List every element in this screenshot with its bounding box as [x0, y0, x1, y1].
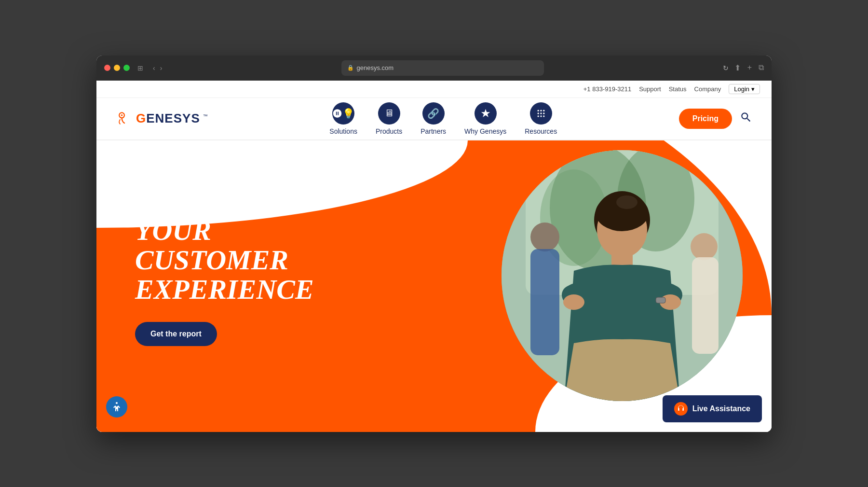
svg-point-6: [540, 112, 542, 114]
resources-label: Resources: [525, 127, 557, 135]
main-nav: GGENESYSENESYS ™ 💡 Solutions 🖥 Products: [96, 98, 772, 140]
accessibility-icon: [111, 401, 122, 413]
logo-trademark: ™: [203, 113, 208, 119]
live-assistance-bar[interactable]: Live Assistance: [663, 395, 762, 422]
browser-nav-controls: ‹ ›: [153, 64, 162, 72]
hero-cta-button[interactable]: Get the report: [135, 322, 217, 346]
back-button[interactable]: ‹: [153, 64, 155, 72]
svg-point-3: [540, 110, 542, 111]
refresh-button[interactable]: ↻: [723, 64, 729, 72]
solutions-icon: 💡: [332, 102, 354, 125]
lock-icon: 🔒: [347, 65, 354, 71]
svg-point-4: [543, 110, 544, 111]
genesys-logo-icon: [116, 110, 133, 127]
browser-titlebar: ⊞ ‹ › 🔒 genesys.com ↻ ⬆ + ⧉: [96, 56, 772, 81]
chevron-down-icon: ▾: [751, 85, 755, 93]
nav-links: 💡 Solutions 🖥 Products 🔗 Partners: [323, 102, 564, 135]
support-link[interactable]: Support: [639, 85, 661, 93]
tabs-button[interactable]: ⧉: [759, 63, 764, 72]
svg-point-28: [116, 402, 118, 404]
svg-rect-17: [530, 249, 559, 355]
hero-image-circle: [502, 150, 743, 401]
hero-title-line2: Customer Experience: [135, 244, 314, 305]
why-genesys-label: Why Genesys: [464, 127, 506, 135]
svg-point-23: [616, 195, 637, 209]
hero-section: Exclusive study: The State of Customer E…: [96, 140, 772, 432]
browser-dots: [104, 65, 130, 71]
svg-point-25: [563, 294, 584, 310]
new-tab-button[interactable]: +: [747, 63, 752, 72]
nav-why-genesys[interactable]: Why Genesys: [458, 102, 513, 135]
browser-right-controls: ⬆ + ⧉: [734, 63, 764, 72]
address-bar[interactable]: 🔒 genesys.com: [341, 60, 544, 76]
address-bar-container: 🔒 genesys.com: [168, 60, 717, 76]
svg-point-10: [543, 115, 544, 117]
genesys-logo-text: GGENESYSENESYS: [136, 111, 200, 126]
minimize-dot[interactable]: [114, 65, 120, 71]
products-icon: 🖥: [378, 102, 400, 125]
hero-title-line1: Transform Your: [135, 186, 308, 247]
hero-person-illustration: [502, 150, 743, 401]
svg-point-9: [540, 115, 542, 117]
utility-bar: +1 833-919-3211 Support Status Company L…: [96, 81, 772, 98]
svg-point-16: [530, 223, 559, 251]
resources-icon: [530, 102, 552, 125]
login-button[interactable]: Login ▾: [729, 84, 760, 94]
hero-content: Exclusive study: The State of Customer E…: [96, 140, 424, 376]
browser-window: ⊞ ‹ › 🔒 genesys.com ↻ ⬆ + ⧉ +1 833-919-3…: [96, 56, 772, 432]
url-text: genesys.com: [357, 64, 394, 71]
search-button[interactable]: [740, 111, 752, 126]
logo-area[interactable]: GGENESYSENESYS ™: [116, 110, 208, 127]
svg-point-5: [537, 112, 539, 114]
maximize-dot[interactable]: [123, 65, 130, 71]
hero-eyebrow: Exclusive study: The State of Customer E…: [135, 169, 386, 178]
nav-partners[interactable]: 🔗 Partners: [414, 102, 453, 135]
products-label: Products: [376, 127, 402, 135]
close-dot[interactable]: [104, 65, 110, 71]
status-link[interactable]: Status: [669, 85, 687, 93]
pricing-button[interactable]: Pricing: [679, 109, 732, 129]
live-assistance-label: Live Assistance: [692, 404, 750, 413]
forward-button[interactable]: ›: [160, 64, 163, 72]
partners-label: Partners: [420, 127, 446, 135]
nav-resources[interactable]: Resources: [518, 102, 564, 135]
nav-solutions[interactable]: 💡 Solutions: [323, 102, 364, 135]
company-link[interactable]: Company: [694, 85, 721, 93]
hero-title: Transform Your Customer Experience: [135, 187, 386, 305]
svg-rect-19: [692, 257, 719, 354]
svg-point-1: [121, 114, 123, 116]
share-button[interactable]: ⬆: [734, 63, 741, 72]
svg-point-8: [537, 115, 539, 117]
svg-point-7: [543, 112, 544, 114]
headset-icon: [677, 405, 685, 413]
nav-products[interactable]: 🖥 Products: [369, 102, 409, 135]
svg-point-18: [691, 233, 718, 260]
partners-icon: 🔗: [422, 102, 445, 125]
live-assistance-icon: [674, 402, 688, 416]
sidebar-icon[interactable]: ⊞: [137, 64, 143, 72]
solutions-label: Solutions: [329, 127, 357, 135]
logo-g: G: [136, 111, 146, 125]
why-genesys-icon: [475, 102, 497, 125]
svg-point-2: [537, 110, 539, 111]
accessibility-button[interactable]: [106, 396, 127, 417]
hero-image: [502, 150, 743, 401]
phone-number: +1 833-919-3211: [583, 85, 631, 93]
nav-right: Pricing: [679, 109, 752, 129]
website-content: +1 833-919-3211 Support Status Company L…: [96, 81, 772, 432]
svg-rect-27: [656, 297, 665, 303]
